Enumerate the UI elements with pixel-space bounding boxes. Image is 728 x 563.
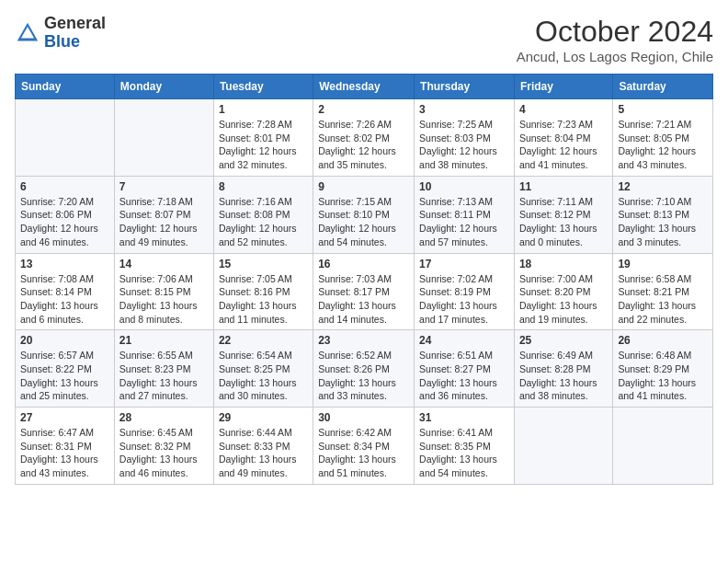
day-detail: Sunrise: 7:28 AMSunset: 8:01 PMDaylight:… [219,118,308,172]
calendar-cell: 2Sunrise: 7:26 AMSunset: 8:02 PMDaylight… [313,99,415,177]
calendar-cell: 1Sunrise: 7:28 AMSunset: 8:01 PMDaylight… [213,99,313,177]
day-detail: Sunrise: 6:57 AMSunset: 8:22 PMDaylight:… [20,349,109,403]
day-number: 21 [119,334,209,347]
calendar-cell: 15Sunrise: 7:05 AMSunset: 8:16 PMDayligh… [213,253,313,330]
calendar-cell: 9Sunrise: 7:15 AMSunset: 8:10 PMDaylight… [313,176,415,253]
calendar-cell: 7Sunrise: 7:18 AMSunset: 8:07 PMDaylight… [114,176,213,253]
calendar-cell: 14Sunrise: 7:06 AMSunset: 8:15 PMDayligh… [114,253,213,330]
calendar-cell: 19Sunrise: 6:58 AMSunset: 8:21 PMDayligh… [613,253,713,330]
day-number: 18 [519,258,608,270]
header-cell-thursday: Thursday [415,75,515,99]
header-cell-friday: Friday [514,75,612,99]
calendar-cell: 30Sunrise: 6:42 AMSunset: 8:34 PMDayligh… [313,408,415,485]
day-detail: Sunrise: 7:11 AMSunset: 8:12 PMDaylight:… [519,195,608,249]
day-detail: Sunrise: 7:20 AMSunset: 8:06 PMDaylight:… [20,195,109,249]
day-detail: Sunrise: 6:58 AMSunset: 8:21 PMDaylight:… [618,272,708,327]
header-cell-saturday: Saturday [613,75,713,99]
calendar-cell: 4Sunrise: 7:23 AMSunset: 8:04 PMDaylight… [514,99,612,177]
calendar-cell: 22Sunrise: 6:54 AMSunset: 8:25 PMDayligh… [213,330,313,408]
day-number: 28 [119,411,209,424]
calendar-cell: 11Sunrise: 7:11 AMSunset: 8:12 PMDayligh… [514,176,612,253]
day-detail: Sunrise: 6:45 AMSunset: 8:32 PMDaylight:… [119,426,209,480]
calendar-cell: 26Sunrise: 6:48 AMSunset: 8:29 PMDayligh… [613,330,713,408]
calendar-cell: 23Sunrise: 6:52 AMSunset: 8:26 PMDayligh… [313,330,415,408]
calendar-cell: 27Sunrise: 6:47 AMSunset: 8:31 PMDayligh… [16,408,115,485]
calendar-cell: 21Sunrise: 6:55 AMSunset: 8:23 PMDayligh… [114,330,213,408]
title-block: October 2024 Ancud, Los Lagos Region, Ch… [517,15,713,64]
day-detail: Sunrise: 6:42 AMSunset: 8:34 PMDaylight:… [318,426,409,480]
day-detail: Sunrise: 7:18 AMSunset: 8:07 PMDaylight:… [119,195,209,249]
day-number: 31 [419,411,509,424]
logo-general: General [44,14,106,32]
day-detail: Sunrise: 7:26 AMSunset: 8:02 PMDaylight:… [318,118,409,172]
calendar-week-row: 6Sunrise: 7:20 AMSunset: 8:06 PMDaylight… [16,176,713,253]
day-number: 27 [20,411,109,424]
calendar-cell: 25Sunrise: 6:49 AMSunset: 8:28 PMDayligh… [514,330,612,408]
calendar-cell: 29Sunrise: 6:44 AMSunset: 8:33 PMDayligh… [213,408,313,485]
day-number: 17 [419,258,509,270]
logo: General Blue [15,15,106,52]
day-detail: Sunrise: 7:05 AMSunset: 8:16 PMDaylight:… [219,272,308,327]
location-subtitle: Ancud, Los Lagos Region, Chile [517,49,713,64]
day-detail: Sunrise: 7:03 AMSunset: 8:17 PMDaylight:… [318,272,409,327]
day-number: 15 [219,258,308,270]
header-cell-tuesday: Tuesday [213,75,313,99]
day-detail: Sunrise: 7:21 AMSunset: 8:05 PMDaylight:… [618,118,708,172]
day-detail: Sunrise: 7:08 AMSunset: 8:14 PMDaylight:… [20,272,109,327]
day-number: 22 [219,334,308,347]
day-number: 29 [219,411,308,424]
day-detail: Sunrise: 6:49 AMSunset: 8:28 PMDaylight:… [519,349,608,403]
logo-blue: Blue [44,32,80,51]
day-number: 13 [20,258,109,270]
calendar-cell: 8Sunrise: 7:16 AMSunset: 8:08 PMDaylight… [213,176,313,253]
calendar-cell: 28Sunrise: 6:45 AMSunset: 8:32 PMDayligh… [114,408,213,485]
day-detail: Sunrise: 6:44 AMSunset: 8:33 PMDaylight:… [219,426,308,480]
calendar-cell: 6Sunrise: 7:20 AMSunset: 8:06 PMDaylight… [16,176,115,253]
day-number: 10 [419,180,509,193]
calendar-cell: 5Sunrise: 7:21 AMSunset: 8:05 PMDaylight… [613,99,713,177]
day-detail: Sunrise: 6:54 AMSunset: 8:25 PMDaylight:… [219,349,308,403]
day-detail: Sunrise: 6:47 AMSunset: 8:31 PMDaylight:… [20,426,109,480]
calendar-cell: 24Sunrise: 6:51 AMSunset: 8:27 PMDayligh… [415,330,515,408]
day-detail: Sunrise: 6:52 AMSunset: 8:26 PMDaylight:… [318,349,409,403]
header-cell-wednesday: Wednesday [313,75,415,99]
calendar-cell: 3Sunrise: 7:25 AMSunset: 8:03 PMDaylight… [415,99,515,177]
logo-text: General Blue [44,15,106,52]
day-number: 4 [519,103,608,116]
day-number: 19 [618,258,708,270]
day-number: 8 [219,180,308,193]
calendar-body: 1Sunrise: 7:28 AMSunset: 8:01 PMDaylight… [16,99,713,485]
calendar-table: SundayMondayTuesdayWednesdayThursdayFrid… [15,74,713,485]
day-detail: Sunrise: 7:16 AMSunset: 8:08 PMDaylight:… [219,195,308,249]
calendar-cell: 10Sunrise: 7:13 AMSunset: 8:11 PMDayligh… [415,176,515,253]
day-number: 12 [618,180,708,193]
calendar-cell: 12Sunrise: 7:10 AMSunset: 8:13 PMDayligh… [613,176,713,253]
calendar-week-row: 27Sunrise: 6:47 AMSunset: 8:31 PMDayligh… [16,408,713,485]
day-detail: Sunrise: 6:41 AMSunset: 8:35 PMDaylight:… [419,426,509,480]
day-number: 1 [219,103,308,116]
day-number: 16 [318,258,409,270]
day-detail: Sunrise: 7:13 AMSunset: 8:11 PMDaylight:… [419,195,509,249]
day-number: 14 [119,258,209,270]
day-number: 30 [318,411,409,424]
calendar-week-row: 1Sunrise: 7:28 AMSunset: 8:01 PMDaylight… [16,99,713,177]
day-detail: Sunrise: 6:51 AMSunset: 8:27 PMDaylight:… [419,349,509,403]
day-number: 5 [618,103,708,116]
day-detail: Sunrise: 6:48 AMSunset: 8:29 PMDaylight:… [618,349,708,403]
calendar-cell [114,99,213,177]
page-header: General Blue October 2024 Ancud, Los Lag… [15,15,713,64]
day-number: 23 [318,334,409,347]
day-number: 9 [318,180,409,193]
calendar-cell [514,408,612,485]
day-number: 26 [618,334,708,347]
month-year-title: October 2024 [517,15,713,49]
day-detail: Sunrise: 7:15 AMSunset: 8:10 PMDaylight:… [318,195,409,249]
day-number: 6 [20,180,109,193]
header-cell-sunday: Sunday [16,75,115,99]
calendar-week-row: 13Sunrise: 7:08 AMSunset: 8:14 PMDayligh… [16,253,713,330]
day-detail: Sunrise: 7:23 AMSunset: 8:04 PMDaylight:… [519,118,608,172]
day-number: 11 [519,180,608,193]
day-detail: Sunrise: 7:00 AMSunset: 8:20 PMDaylight:… [519,272,608,327]
day-number: 3 [419,103,509,116]
day-detail: Sunrise: 7:06 AMSunset: 8:15 PMDaylight:… [119,272,209,327]
